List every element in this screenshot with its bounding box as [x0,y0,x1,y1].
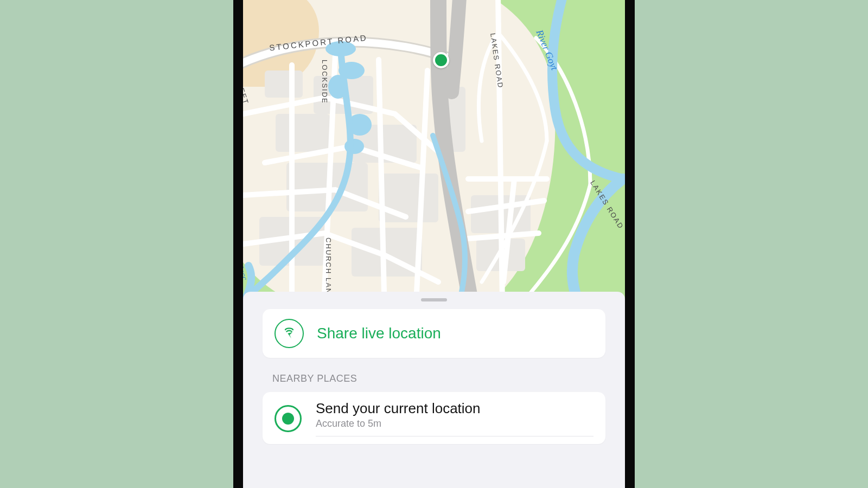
share-live-location-label: Share live location [317,325,441,342]
live-location-broadcast-icon [275,319,304,348]
current-location-marker [433,52,449,68]
send-current-location-label: Send your current location [316,401,593,417]
nearby-places-heading: NEARBY PLACES [272,373,625,384]
location-accuracy-label: Accurate to 5m [316,418,593,429]
location-share-sheet: Share live location NEARBY PLACES Send y… [243,292,625,488]
map-building [444,87,465,152]
map-building [265,70,303,98]
map-building [379,174,438,222]
device-frame: STOCKPORT ROAD LOCKSIDE LAKES ROAD LAKES… [233,0,635,488]
map-building [259,217,324,266]
app-screen: STOCKPORT ROAD LOCKSIDE LAKES ROAD LAKES… [243,0,625,488]
road-label-lakes-2: LAKES ROAD [589,179,625,230]
map-building [471,195,531,233]
map-building [352,125,417,163]
map-building [276,114,330,152]
map-building [476,239,525,271]
share-live-location-button[interactable]: Share live location [263,309,605,358]
map-view[interactable]: STOCKPORT ROAD LOCKSIDE LAKES ROAD LAKES… [243,0,625,304]
sheet-grabber[interactable] [421,298,447,301]
map-building [286,163,368,211]
road-label-church: CHURCH LANE [324,237,333,300]
target-location-icon [275,405,302,432]
send-current-location-button[interactable]: Send your current location Accurate to 5… [263,392,605,444]
row-divider [316,436,593,436]
road-label-lockside: LOCKSIDE [321,60,329,104]
map-building [352,228,422,277]
